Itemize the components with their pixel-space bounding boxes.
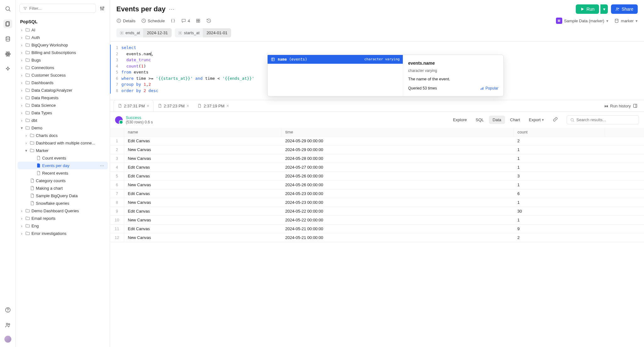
result-tab[interactable]: 2:37:31 PM× <box>114 100 153 111</box>
table-row[interactable]: 6New Canvas2024-05-26 00:00:001 <box>110 181 644 189</box>
file-item[interactable]: Events per day⋯ <box>18 162 108 169</box>
search-icon[interactable] <box>3 4 12 13</box>
svg-rect-25 <box>198 19 200 21</box>
link-icon[interactable] <box>549 115 562 125</box>
close-icon[interactable]: × <box>147 103 149 108</box>
tab-chart[interactable]: Chart <box>506 116 524 124</box>
dashboard-icon[interactable] <box>196 18 201 23</box>
run-history-button[interactable]: ⏮Run history <box>602 103 640 108</box>
share-button[interactable]: Share <box>611 4 638 14</box>
table-row[interactable]: 2New Canvas2024-05-29 00:00:001 <box>110 145 644 154</box>
param-ends-at[interactable]: ends_at 2024-12-31 <box>116 28 172 37</box>
result-search[interactable] <box>567 115 639 124</box>
model-icon[interactable] <box>3 50 12 58</box>
folder-item[interactable]: ›Eng <box>18 222 108 230</box>
result-search-field[interactable] <box>576 117 636 122</box>
col-time[interactable]: time <box>281 128 514 137</box>
folder-item[interactable]: ›Data Catalog/Analyzer <box>18 86 108 94</box>
runner-avatar <box>115 116 123 124</box>
database-icon[interactable] <box>3 35 12 43</box>
folder-item[interactable]: ›Dashboard with multiple conne... <box>18 139 108 147</box>
connection-selector[interactable]: M Sample Data (marker) ▾ <box>556 18 608 24</box>
help-icon[interactable] <box>3 306 12 314</box>
close-icon[interactable]: × <box>186 103 189 108</box>
settings-icon[interactable] <box>98 5 106 12</box>
sql-editor[interactable]: 1select 2 events.nam, 3 date_trunc 4 cou… <box>110 41 644 100</box>
table-row[interactable]: 5Edit Canvas2024-05-26 00:00:003 <box>110 172 644 181</box>
file-item[interactable]: Making a chart <box>18 184 108 192</box>
autocomplete-popup: name (events) character varying events.n… <box>267 55 504 96</box>
folder-item[interactable]: ›dbt <box>18 117 108 124</box>
result-table[interactable]: name time count 1Edit Canvas2024-05-29 0… <box>110 128 644 347</box>
tab-explore[interactable]: Explore <box>449 116 470 124</box>
svg-point-22 <box>119 20 119 20</box>
schema-selector[interactable]: marker ▾ <box>614 18 638 23</box>
table-row[interactable]: 11Edit Canvas2024-05-21 00:00:009 <box>110 225 644 233</box>
tab-data[interactable]: Data <box>489 116 505 124</box>
file-item[interactable]: Sample BigQuery Data <box>18 192 108 199</box>
run-button[interactable]: Run <box>576 4 599 14</box>
filter-input[interactable] <box>19 4 96 13</box>
svg-rect-26 <box>197 21 198 23</box>
schedule-button[interactable]: Schedule <box>141 18 165 23</box>
col-name[interactable]: name <box>124 128 281 137</box>
folder-item[interactable]: ›Error investigations <box>18 230 108 237</box>
team-icon[interactable] <box>3 321 12 329</box>
folder-marker[interactable]: ▾ Marker <box>18 147 108 154</box>
folder-item[interactable]: ›Email reports <box>18 214 108 222</box>
avatar[interactable] <box>4 336 11 343</box>
sparkle-icon[interactable] <box>3 65 12 73</box>
folder-item[interactable]: ›Data Types <box>18 109 108 117</box>
filter-field[interactable] <box>29 6 92 11</box>
details-button[interactable]: Details <box>116 18 136 23</box>
result-tab[interactable]: 2:37:23 PM× <box>154 100 193 111</box>
title-menu-icon[interactable]: ⋯ <box>169 6 175 13</box>
file-menu-icon[interactable]: ⋯ <box>98 163 106 168</box>
file-item[interactable]: Count events <box>18 154 108 162</box>
svg-line-40 <box>573 121 574 122</box>
history-icon[interactable] <box>206 18 211 23</box>
tab-sql[interactable]: SQL <box>472 116 488 124</box>
file-item[interactable]: Snowflake queries <box>18 199 108 207</box>
files-icon[interactable] <box>3 19 12 28</box>
result-tab[interactable]: 2:37:19 PM× <box>193 100 233 111</box>
svg-rect-34 <box>480 89 481 90</box>
table-row[interactable]: 3New Canvas2024-05-28 00:00:001 <box>110 154 644 163</box>
result-status: Success (530 rows) 0.6 s <box>115 115 153 124</box>
folder-item[interactable]: ›Customer Success <box>18 71 108 79</box>
param-starts-at[interactable]: starts_at 2024-01-01 <box>175 28 231 37</box>
folder-item[interactable]: ›Dashboards <box>18 79 108 86</box>
col-count[interactable]: count <box>514 128 605 137</box>
page-title: Events per day <box>116 5 166 13</box>
comments-button[interactable]: 4 <box>181 18 190 23</box>
run-dropdown[interactable]: ▾ <box>600 4 608 14</box>
svg-rect-27 <box>198 21 200 23</box>
folder-item[interactable]: ›Billing and Subscriptions <box>18 49 108 56</box>
close-icon[interactable]: × <box>226 103 229 108</box>
autocomplete-item[interactable]: name (events) character varying <box>268 55 403 64</box>
folder-item[interactable]: ›Data Science <box>18 101 108 109</box>
tab-export[interactable]: Export ▾ <box>525 116 548 124</box>
table-row[interactable]: 10New Canvas2024-05-22 00:00:001 <box>110 216 644 225</box>
table-row[interactable]: 9Edit Canvas2024-05-22 00:00:0030 <box>110 207 644 216</box>
folder-item[interactable]: ›Data Requests <box>18 94 108 101</box>
file-item[interactable]: Category counts <box>18 177 108 184</box>
table-row[interactable]: 1Edit Canvas2024-05-29 00:00:002 <box>110 137 644 145</box>
folder-item[interactable]: ›Connections <box>18 64 108 71</box>
table-row[interactable]: 8New Canvas2024-05-23 00:00:001 <box>110 198 644 207</box>
popular-badge: Popular <box>480 85 498 91</box>
folder-item[interactable]: ›Auth <box>18 34 108 41</box>
folder-item[interactable]: ›Charts docs <box>18 132 108 139</box>
folder-item[interactable]: ›Demo Dashboard Queries <box>18 207 108 214</box>
table-row[interactable]: 4Edit Canvas2024-05-27 00:00:001 <box>110 163 644 172</box>
folder-item[interactable]: ›BigQuery Workshop <box>18 41 108 49</box>
svg-point-18 <box>103 7 104 8</box>
variables-button[interactable] <box>170 18 175 23</box>
file-item[interactable]: Recent events <box>18 169 108 177</box>
folder-item[interactable]: ›Bugs <box>18 56 108 64</box>
folder-item[interactable]: ›AI <box>18 26 108 34</box>
table-row[interactable]: 12New Canvas2024-05-21 00:00:002 <box>110 233 644 242</box>
sidebar: PopSQL ›AI›Auth›BigQuery Workshop›Billin… <box>16 0 110 347</box>
table-row[interactable]: 7Edit Canvas2024-05-23 00:00:006 <box>110 189 644 198</box>
folder-demo[interactable]: ▾ Demo <box>18 124 108 132</box>
